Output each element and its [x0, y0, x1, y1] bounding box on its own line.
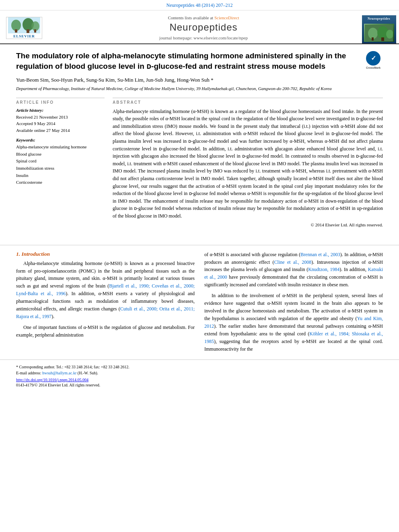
- elsevier-logo-box: ELSEVIER: [6, 17, 42, 39]
- ref-cline[interactable]: Cline et al., 2008: [274, 259, 312, 265]
- article-title: The modulatory role of alpha-melanocyte …: [16, 51, 383, 71]
- doi-link[interactable]: http://dx.doi.org/10.1016/j.npep.2014.05…: [16, 378, 88, 382]
- available-date: Available online 27 May 2014: [16, 127, 105, 134]
- svg-rect-6: [34, 29, 36, 33]
- svg-rect-2: [15, 29, 17, 33]
- journal-center: Contents lists available at ScienceDirec…: [48, 14, 359, 43]
- svg-rect-11: [381, 37, 384, 41]
- article-info-abstract-section: Article Info Article history: Received 2…: [16, 98, 383, 227]
- article-history-group: Article history: Received 21 November 20…: [16, 108, 105, 134]
- keyword-2: Blood glucose: [16, 151, 105, 158]
- ref-kohler[interactable]: Köhler et al., 1984; Shiosaka et al., 19…: [204, 331, 383, 344]
- abstract-column: Abstract Alpha-melanocyte stimulating ho…: [113, 98, 383, 227]
- footnote-email: E-mail address: hwsuh@hallym.ac.kr (H.-W…: [16, 370, 383, 376]
- svg-point-8: [368, 28, 378, 39]
- abstract-text: Alpha-melanocyte stimulating hormone (α-…: [113, 108, 383, 220]
- sciencedirect-link: Contents lists available at ScienceDirec…: [168, 15, 239, 20]
- keyword-5: Insulin: [16, 172, 105, 179]
- introduction-title: 1. Introduction: [16, 251, 195, 257]
- svg-rect-9: [372, 37, 374, 41]
- keywords-list: Alpha-melanocyte stimulating hormone Blo…: [16, 144, 105, 186]
- ref-cutuli[interactable]: Cutuli et al., 2000; Orita et al., 2011;…: [16, 306, 195, 319]
- crossmark-label: CrossMark: [366, 66, 380, 70]
- article-history-label: Article history:: [16, 108, 105, 113]
- ref-brennan[interactable]: Brennan et al., 2003: [300, 252, 340, 257]
- intro-paragraph-1: Alpha-melanocyte stimulating hormone (α-…: [16, 260, 195, 321]
- article-info-header: Article Info: [16, 98, 105, 105]
- neuropeptides-logo-area: Neuropeptides: [359, 14, 399, 43]
- keywords-label: Keywords:: [16, 138, 105, 142]
- keyword-3: Spinal cord: [16, 158, 105, 165]
- received-date: Received 21 November 2013: [16, 114, 105, 121]
- authors-line: Yun-Beom Sim, Soo-Hyun Park, Sung-Su Kim…: [16, 77, 383, 83]
- keyword-1: Alpha-melanocyte stimulating hormone: [16, 144, 105, 151]
- crossmark-circle: ✓: [366, 51, 380, 66]
- article-info-column: Article Info Article history: Received 2…: [16, 98, 105, 227]
- ref-katsuki[interactable]: Katsuki et al., 2000: [204, 267, 383, 280]
- ref-yu-kim[interactable]: Yu and Kim, 2012: [204, 316, 383, 329]
- neuropeptides-logo-box: Neuropeptides: [362, 15, 396, 43]
- neuropeptides-logo-image: [364, 24, 394, 42]
- ref-bjartell[interactable]: Bjartell et al., 1990; Coveñas et al., 2…: [16, 283, 195, 296]
- body-left-col: 1. Introduction Alpha-melanocyte stimula…: [16, 251, 195, 356]
- elsevier-logo-image: [8, 17, 40, 33]
- article-area: The modulatory role of alpha-melanocyte …: [0, 44, 399, 239]
- abstract-header: Abstract: [113, 98, 383, 105]
- journal-reference-bar: Neuropeptides 48 (2014) 207–212: [0, 0, 399, 10]
- section-divider: [0, 245, 399, 245]
- elsevier-label: ELSEVIER: [13, 34, 35, 38]
- body-text-area: 1. Introduction Alpha-melanocyte stimula…: [0, 251, 399, 356]
- svg-rect-4: [27, 29, 29, 33]
- journal-title: Neuropeptides: [169, 22, 237, 33]
- accepted-date: Accepted 9 May 2014: [16, 120, 105, 127]
- intro-paragraph-2: One of important functions of α-MSH is t…: [16, 324, 195, 339]
- keywords-group: Keywords: Alpha-melanocyte stimulating h…: [16, 138, 105, 186]
- affiliation-line: Department of Pharmacology, Institute of…: [16, 86, 383, 92]
- sciencedirect-anchor[interactable]: ScienceDirect: [214, 15, 239, 20]
- intro-right-paragraph-2: In addition to the involvement of α-MSH …: [204, 292, 383, 353]
- neuropeptides-logo-label: Neuropeptides: [368, 17, 390, 21]
- journal-header: ELSEVIER Contents lists available at Sci…: [0, 10, 399, 44]
- journal-reference: Neuropeptides 48 (2014) 207–212: [167, 2, 233, 8]
- journal-homepage: journal homepage: www.elsevier.com/locat…: [159, 35, 248, 40]
- keyword-4: Immobilization stress: [16, 165, 105, 172]
- issn-line: 0143-4179/© 2014 Elsevier Ltd. All right…: [16, 383, 383, 387]
- email-link[interactable]: hwsuh@hallym.ac.kr: [42, 371, 76, 375]
- svg-point-1: [11, 20, 21, 31]
- copyright-line: © 2014 Elsevier Ltd. All rights reserved…: [113, 222, 383, 227]
- ref-knudtzon[interactable]: Knudtzon, 1984: [308, 267, 339, 272]
- crossmark-badge: ✓ CrossMark: [364, 51, 383, 70]
- page-container: Neuropeptides 48 (2014) 207–212: [0, 0, 399, 390]
- keyword-6: Corticosterone: [16, 179, 105, 186]
- footer-area: * Corresponding author. Tel.: +82 33 248…: [0, 359, 399, 390]
- intro-right-paragraph-1: of α-MSH is associated with glucose regu…: [204, 251, 383, 289]
- doi-line: http://dx.doi.org/10.1016/j.npep.2014.05…: [16, 378, 383, 382]
- elsevier-logo-area: ELSEVIER: [0, 14, 48, 43]
- body-two-col: 1. Introduction Alpha-melanocyte stimula…: [16, 251, 383, 356]
- body-right-col: of α-MSH is associated with glucose regu…: [204, 251, 383, 356]
- footnote-corresponding: * Corresponding author. Tel.: +82 33 248…: [16, 364, 383, 370]
